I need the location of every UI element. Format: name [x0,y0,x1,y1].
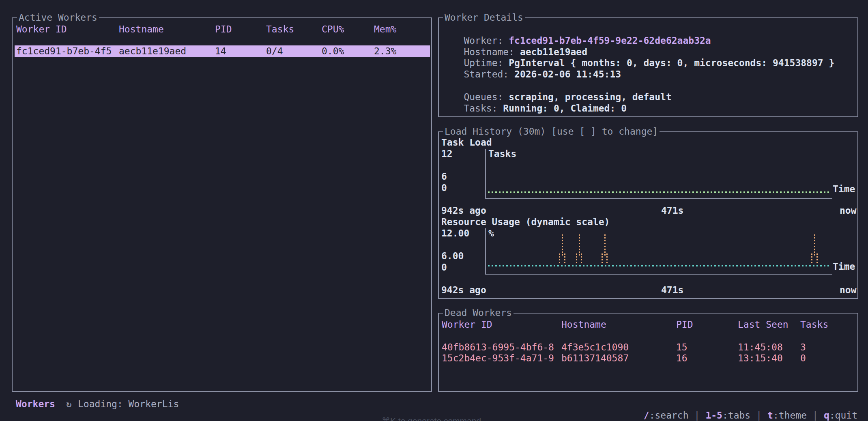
terminal-command-hint: ⌘K to generate command [382,415,481,421]
resource-xtick-mid: 471s [661,284,683,296]
terminal-screen: Active Workers Worker ID Hostname PID Ta… [0,0,868,421]
task-ytick-12: 12 [441,148,453,159]
dead-cell-hostname: 4f3e5c1c1090 [561,342,629,353]
shortcut-tabs[interactable]: 1-5:tabs [705,410,750,421]
cell-hostname: aecb11e19aed [119,45,186,57]
dead-cell-last-seen: 11:45:08 [738,342,783,353]
cell-cpu: 0.0% [322,45,344,57]
dead-cell-tasks: 0 [800,352,806,364]
shortcut-theme[interactable]: t:theme [767,410,807,421]
resource-chart-y-axis [485,228,486,274]
cpu-spike [576,253,577,263]
dead-col-tasks: Tasks [800,319,828,330]
current-tab-label[interactable]: Workers [16,398,55,410]
col-worker-id: Worker ID [16,24,67,35]
task-chart-x-axis [485,198,832,199]
resource-ytick-0: 0 [441,262,447,273]
dead-cell-worker-id: 15c2b4ec-953f-4a71-9 [442,352,554,364]
cpu-spike [562,234,563,256]
cpu-spike [814,234,815,256]
cpu-spike [581,253,582,263]
dead-cell-tasks: 3 [800,342,806,353]
task-xtick-now: now [840,205,857,216]
col-pid: PID [215,24,232,35]
col-hostname: Hostname [119,24,164,35]
task-chart-heading: Task Load [441,137,492,148]
dead-col-last-seen: Last Seen [738,319,789,330]
task-chart-y-axis [485,149,486,199]
cpu-spike [602,253,603,263]
cpu-spike [559,253,560,263]
col-cpu: CPU% [322,24,344,35]
resource-ytick-6: 6.00 [441,250,464,262]
loading-status-text: Loading: WorkerLis [78,398,179,410]
resource-unit-label: % [488,228,494,239]
shortcut-hints: /:search|1-5:tabs|t:theme|q:quit [610,398,857,421]
dead-cell-hostname: b61137140587 [561,352,629,364]
dead-cell-pid: 15 [676,342,688,353]
cpu-spike [604,234,606,256]
separator: | [689,410,706,421]
cell-worker-id: fc1ced91-b7eb-4f5 [16,45,112,57]
cpu-spike [564,253,565,263]
detail-tasks: Tasks: Running: 0, Claimed: 0 [441,91,627,125]
shortcut-search[interactable]: /:search [644,410,689,421]
active-workers-title: Active Workers [17,12,99,23]
dead-col-pid: PID [676,319,693,330]
load-history-title: Load History (30m) [use [ ] to change] [443,126,660,137]
separator: | [807,410,824,421]
dead-cell-worker-id: 40fb8613-6995-4bf6-8 [442,342,554,353]
shortcut-quit[interactable]: q:quit [824,410,857,421]
cpu-spike [816,253,818,263]
detail-tasks-value: Running: 0, Claimed: 0 [503,103,627,114]
loading-spinner-icon: ↻ [66,398,72,410]
active-workers-panel [12,17,432,392]
dead-cell-pid: 16 [676,352,688,364]
task-time-label: Time [833,183,855,195]
cpu-spike [606,253,608,263]
mem-series-line [488,265,831,266]
detail-started-value: 2026-02-06 11:45:13 [514,69,621,79]
task-series-label: Tasks [488,148,516,159]
detail-tasks-label: Tasks: [464,103,497,114]
cell-tasks: 0/4 [266,45,283,57]
task-xtick-start: 942s ago [441,205,486,216]
dead-col-worker-id: Worker ID [442,319,492,330]
resource-time-label: Time [833,261,855,272]
cell-mem: 2.3% [374,45,396,57]
dead-col-hostname: Hostname [561,319,606,330]
task-xtick-mid: 471s [661,205,683,216]
col-mem: Mem% [374,24,396,35]
resource-chart-heading: Resource Usage (dynamic scale) [441,216,610,228]
resource-xtick-now: now [840,284,857,296]
task-ytick-0: 0 [441,182,447,193]
dead-workers-title: Dead Workers [443,307,513,318]
cell-pid: 14 [215,45,226,57]
resource-xtick-start: 942s ago [441,284,486,296]
resource-chart-x-axis [485,274,832,275]
dead-cell-last-seen: 13:15:40 [738,352,783,364]
task-load-series-line [488,191,831,193]
cpu-spike [811,253,812,263]
detail-started-label: Started: [464,69,509,79]
col-tasks: Tasks [266,24,294,35]
worker-details-title: Worker Details [443,12,525,23]
separator: | [750,410,767,421]
cpu-spike [579,234,580,256]
task-ytick-6: 6 [441,171,447,182]
resource-ytick-12: 12.00 [441,228,469,239]
table-row-selected[interactable]: fc1ced91-b7eb-4f5 aecb11e19aed 14 0/4 0.… [15,45,430,57]
